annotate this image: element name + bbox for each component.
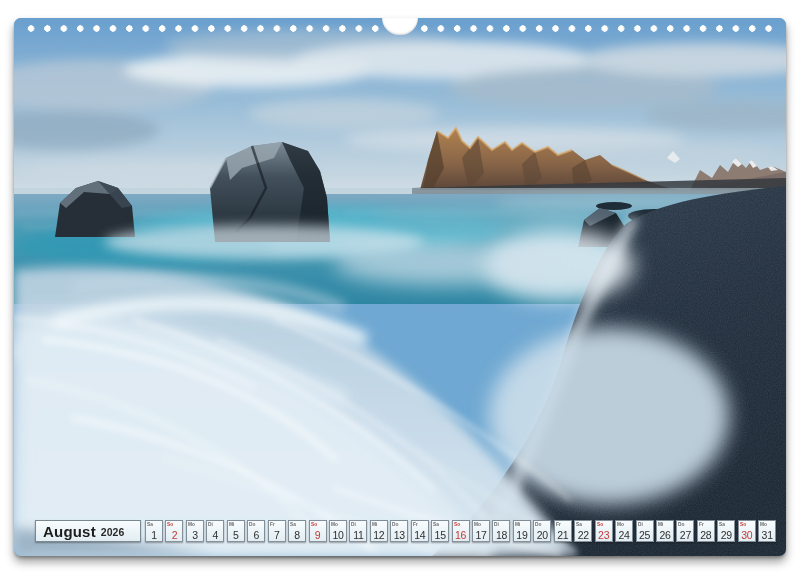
day-number: 4 — [207, 528, 223, 541]
day-number: 18 — [493, 528, 509, 541]
day-cell: Sa 22 — [574, 520, 592, 542]
day-cell: Mi 19 — [513, 520, 531, 542]
day-number: 5 — [228, 528, 244, 541]
weekday-label: Di — [351, 522, 356, 527]
weekday-label: Fr — [413, 522, 418, 527]
day-number: 17 — [473, 528, 489, 541]
weekday-label: Di — [638, 522, 643, 527]
day-number: 2 — [166, 528, 182, 541]
day-number: 9 — [310, 528, 326, 541]
day-cell: So 16 — [452, 520, 470, 542]
day-cell: Sa 8 — [288, 520, 306, 542]
weekday-label: Mo — [331, 522, 338, 527]
day-cell: Fr 7 — [268, 520, 286, 542]
weekday-label: Sa — [147, 522, 153, 527]
month-name: August — [43, 523, 96, 540]
weekday-label: Sa — [290, 522, 296, 527]
day-number: 13 — [391, 528, 407, 541]
landscape-photo — [14, 18, 786, 556]
day-cell: Sa 15 — [431, 520, 449, 542]
month-label-box: August 2026 — [35, 520, 141, 542]
weekday-label: Mo — [760, 522, 767, 527]
weekday-label: So — [454, 522, 460, 527]
day-number: 30 — [739, 528, 755, 541]
day-cell: Di 25 — [636, 520, 654, 542]
weekday-label: Di — [208, 522, 213, 527]
day-number: 21 — [555, 528, 571, 541]
day-number: 11 — [350, 528, 366, 541]
weekday-label: Sa — [433, 522, 439, 527]
calendar-page: August 2026 Sa 1 So 2 Mo 3 Di 4 Mi 5 Do … — [14, 18, 786, 556]
weekday-label: Mi — [229, 522, 234, 527]
day-cell: So 2 — [165, 520, 183, 542]
day-number: 27 — [677, 528, 693, 541]
day-cell: Fr 21 — [554, 520, 572, 542]
day-cell: Di 18 — [492, 520, 510, 542]
day-cell: Mo 17 — [472, 520, 490, 542]
day-number: 14 — [412, 528, 428, 541]
day-cells-row: Sa 1 So 2 Mo 3 Di 4 Mi 5 Do 6 Fr 7 Sa 8 … — [145, 520, 776, 542]
day-cell: So 23 — [595, 520, 613, 542]
day-cell: Mi 5 — [227, 520, 245, 542]
weekday-label: So — [740, 522, 746, 527]
day-cell: Mi 12 — [370, 520, 388, 542]
weekday-label: Mi — [372, 522, 377, 527]
weekday-label: Mo — [617, 522, 624, 527]
day-cell: Di 4 — [206, 520, 224, 542]
calendar-strip: August 2026 Sa 1 So 2 Mo 3 Di 4 Mi 5 Do … — [14, 520, 786, 544]
weekday-label: Mi — [658, 522, 663, 527]
day-number: 19 — [514, 528, 530, 541]
day-number: 26 — [657, 528, 673, 541]
weekday-label: Sa — [719, 522, 725, 527]
weekday-label: Do — [678, 522, 684, 527]
weekday-label: So — [597, 522, 603, 527]
day-cell: Do 20 — [533, 520, 551, 542]
day-number: 6 — [248, 528, 264, 541]
day-cell: Fr 28 — [697, 520, 715, 542]
day-cell: Di 11 — [349, 520, 367, 542]
day-number: 7 — [269, 528, 285, 541]
day-number: 22 — [575, 528, 591, 541]
day-number: 1 — [146, 528, 162, 541]
day-cell: Mo 10 — [329, 520, 347, 542]
weekday-label: So — [167, 522, 173, 527]
day-cell: So 30 — [738, 520, 756, 542]
day-cell: Mi 26 — [656, 520, 674, 542]
day-number: 28 — [698, 528, 714, 541]
day-cell: Mo 31 — [758, 520, 776, 542]
day-cell: Sa 1 — [145, 520, 163, 542]
day-number: 25 — [637, 528, 653, 541]
weekday-label: So — [311, 522, 317, 527]
day-number: 23 — [596, 528, 612, 541]
day-number: 20 — [534, 528, 550, 541]
day-cell: Do 13 — [390, 520, 408, 542]
day-number: 31 — [759, 528, 775, 541]
weekday-label: Do — [392, 522, 398, 527]
year-label: 2026 — [101, 524, 124, 538]
day-cell: Do 27 — [676, 520, 694, 542]
weekday-label: Mi — [515, 522, 520, 527]
day-number: 12 — [371, 528, 387, 541]
day-number: 10 — [330, 528, 346, 541]
day-number: 3 — [187, 528, 203, 541]
day-cell: Fr 14 — [411, 520, 429, 542]
weekday-label: Do — [535, 522, 541, 527]
product-photo-stage: August 2026 Sa 1 So 2 Mo 3 Di 4 Mi 5 Do … — [0, 0, 800, 577]
weekday-label: Fr — [699, 522, 704, 527]
day-cell: Mo 3 — [186, 520, 204, 542]
weekday-label: Fr — [556, 522, 561, 527]
weekday-label: Mo — [474, 522, 481, 527]
weekday-label: Fr — [270, 522, 275, 527]
weekday-label: Mo — [188, 522, 195, 527]
weekday-label: Sa — [576, 522, 582, 527]
weekday-label: Di — [494, 522, 499, 527]
day-number: 16 — [453, 528, 469, 541]
day-cell: Do 6 — [247, 520, 265, 542]
weekday-label: Do — [249, 522, 255, 527]
day-number: 29 — [718, 528, 734, 541]
day-number: 24 — [616, 528, 632, 541]
day-number: 15 — [432, 528, 448, 541]
day-cell: Sa 29 — [717, 520, 735, 542]
day-cell: So 9 — [309, 520, 327, 542]
day-cell: Mo 24 — [615, 520, 633, 542]
